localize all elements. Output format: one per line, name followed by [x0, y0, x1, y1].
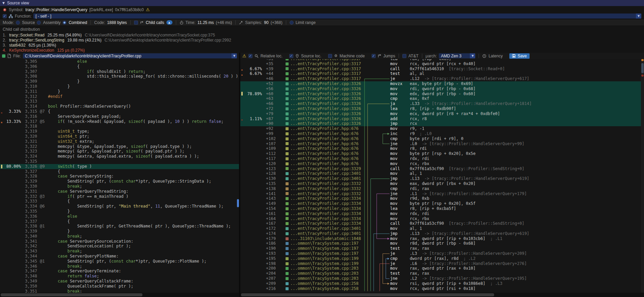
asm-line[interactable]: +63...ent\TracyProfiler.cpp:3326cmpeax, … — [240, 96, 644, 101]
asm-line[interactable]: +190...ommon\TracySystem.cpp:197testrax,… — [240, 246, 644, 251]
child-call-item[interactable]: 2.tracy::Profiler::SendLongString19.88 m… — [3, 37, 641, 43]
asm-line-source-loc[interactable]: ...ent\TracyProfiler.cpp:3326 — [286, 116, 363, 122]
save-button[interactable]: Save — [509, 53, 529, 59]
source-line[interactable]: 3.33%3,315@7{ — [0, 109, 239, 114]
asm-line[interactable]: +120...ent\TracyProfiler.hpp:676movrcx, … — [240, 161, 644, 166]
asm-line-source-loc[interactable]: ....31103\include\atomic:1048 — [286, 236, 363, 241]
asm-line[interactable]: +128...ent\TracyProfiler.cpp:3401moval, … — [240, 171, 644, 176]
asm-line-source-loc[interactable]: ...ommon\TracySystem.cpp:203 — [286, 271, 363, 276]
asm-line[interactable]: +92...ent\TracyProfiler.hpp:676movr9, -1 — [240, 126, 644, 131]
source-line[interactable]: 3,323 memcpy( &ptr, &payload.ptr, sizeof… — [0, 149, 239, 154]
asm-line-source-loc[interactable]: ...ent\TracyProfiler.cpp:3326 — [286, 111, 363, 116]
chevron-down-icon[interactable]: ▼ — [470, 53, 475, 58]
asm-line-source-loc[interactable]: ...ent\TracyProfiler.cpp:3317 — [286, 66, 363, 72]
asm-line-source-loc[interactable]: ...ent\TracyProfiler.cpp:3317 — [286, 59, 363, 61]
asm-line[interactable]: +161...ent\TracyProfiler.cpp:3334movrdx,… — [240, 211, 644, 216]
asm-line-source-loc[interactable]: ...ent\TracyProfiler.cpp:3334 — [286, 206, 363, 211]
asm-line[interactable]: +141...ent\TracyProfiler.cpp:3332jne.L1 … — [240, 191, 644, 196]
asm-line[interactable]: +109...ent\TracyProfiler.hpp:676movr8, r… — [240, 146, 644, 151]
asm-line-source-loc[interactable]: ...ent\TracyProfiler.cpp:3401 — [286, 176, 363, 181]
asm-line[interactable]: +31...ent\TracyProfiler.cpp:3317learax, … — [240, 59, 644, 61]
mode-combined-label[interactable]: Combined — [69, 20, 87, 25]
source-line[interactable]: 80.00%3,326@9 switch( type ) — [0, 164, 239, 169]
asm-horizontal-scrollbar[interactable] — [240, 293, 644, 297]
asm-line-source-loc[interactable]: ...ent\TracyProfiler.cpp:3326 — [286, 86, 363, 91]
source-code-view[interactable]: 3,305 else3,306 {3,307 if( shouldExit ) … — [0, 59, 239, 293]
titlebar[interactable]: ▼ Source view — [0, 0, 644, 6]
source-line[interactable]: 3,340 break; — [0, 234, 239, 239]
function-checkbox[interactable] — [3, 14, 7, 18]
collapse-triangle-icon[interactable]: ▼ — [2, 2, 5, 5]
source-vertical-scrollbar[interactable] — [237, 59, 239, 293]
child-calls-checkbox[interactable] — [134, 21, 138, 25]
machine-code-label[interactable]: Machine code — [340, 54, 365, 58]
source-line[interactable]: 3,335 } — [0, 209, 239, 214]
asm-line[interactable]: +200...ommon\TracySystem.cpp:203movrax, … — [240, 266, 644, 271]
source-line[interactable]: 3,313 — [0, 99, 239, 104]
source-line[interactable]: 3,333 { — [0, 199, 239, 204]
jumps-label[interactable]: Jumps — [383, 54, 395, 58]
asm-line[interactable]: +193...ommon\TracySystem.cpp:197je.L3 ->… — [240, 251, 644, 256]
asm-line-source-loc[interactable]: ...ent\TracyProfiler.hpp:676 — [286, 131, 363, 136]
asm-hscrollbar-thumb[interactable] — [241, 293, 494, 296]
source-loc-checkbox[interactable] — [289, 54, 293, 58]
asm-line-source-loc[interactable]: ...ommon\TracySystem.cpp:258 — [286, 286, 363, 291]
asm-line[interactable]: +179....31103\include\atomic:1048movrax,… — [240, 236, 644, 241]
source-line[interactable]: 3,325 — [0, 159, 239, 164]
jumps-checkbox[interactable] — [372, 54, 376, 58]
child-call-item[interactable]: 1.tracy::Socket::Read25.25 ms (54.89%)C:… — [3, 32, 641, 37]
asm-line[interactable]: 1.11%+87...ent\TracyProfiler.cpp:3326add… — [240, 116, 644, 122]
source-line[interactable]: 3,305 else — [0, 59, 239, 64]
mode-source-label[interactable]: Source — [22, 20, 35, 25]
source-line[interactable]: 3,334@6 SendString( ptr, "Main thread", … — [0, 204, 239, 209]
asm-line[interactable]: 78.89%+60...ent\TracyProfiler.cpp:3326mo… — [240, 91, 644, 97]
asm-line[interactable]: +138...ent\TracyProfiler.cpp:3332cmprdi,… — [240, 186, 644, 191]
asm-line[interactable]: 6.67%+44...ent\TracyProfiler.cpp:3317tes… — [240, 71, 644, 76]
assembly-code-view[interactable]: +31...ent\TracyProfiler.cpp:3317learax, … — [240, 59, 644, 293]
source-line[interactable]: 13.33%3,317@5 if( !m_sock->Read( &payloa… — [0, 119, 239, 124]
asm-line[interactable]: +209...ommon\TracySystem.cpp:258movrsi, … — [240, 281, 644, 286]
asm-line[interactable]: +72...ent\TracyProfiler.cpp:3326lear8, [… — [240, 106, 644, 111]
asm-line-source-loc[interactable]: ...ent\TracyProfiler.cpp:3332 — [286, 186, 363, 191]
att-syntax-checkbox[interactable] — [402, 54, 406, 58]
asm-line-source-loc[interactable]: ...ent\TracyProfiler.hpp:676 — [286, 141, 363, 146]
limit-range-label[interactable]: Limit range — [296, 20, 316, 25]
asm-line-source-loc[interactable]: ...ent\TracyProfiler.cpp:3334 — [286, 201, 363, 206]
asm-line[interactable]: +56...ent\TracyProfiler.cpp:3326movrdi, … — [240, 86, 644, 91]
asm-line-source-loc[interactable]: ...ent\TracyProfiler.cpp:3334 — [286, 211, 363, 216]
relative-loc-label[interactable]: Relative loc. — [261, 54, 283, 58]
source-line[interactable]: 3,320 uint64_t ptr; — [0, 134, 239, 139]
source-line[interactable]: 3,344 case ServerQueryPlotName: — [0, 254, 239, 259]
asm-line[interactable]: +143...ent\TracyProfiler.cpp:3334movr9d,… — [240, 196, 644, 201]
asm-line[interactable]: +195...ommon\TracySystem.cpp:199cmpdword… — [240, 256, 644, 261]
source-line[interactable]: 3,327 { — [0, 169, 239, 174]
asm-line[interactable]: +90...ent\TracyProfiler.cpp:3326jmprcx — [240, 121, 644, 126]
function-select[interactable]: [ - self - ] ▼ — [33, 14, 641, 19]
relative-loc-checkbox[interactable] — [248, 54, 252, 58]
source-line[interactable]: 3,316 ServerQueryPacket payload; — [0, 114, 239, 119]
asm-line[interactable]: +216...ommon\TracySystem.cpp:258movrcx, … — [240, 286, 644, 291]
source-line[interactable]: 3,314bool Profiler::HandleServerQuery() — [0, 104, 239, 109]
source-hscrollbar-thumb[interactable] — [1, 293, 142, 296]
source-line[interactable]: 3,330 break; — [0, 184, 239, 189]
asm-line-source-loc[interactable]: ...ommon\TracySystem.cpp:203 — [286, 276, 363, 281]
asm-line-source-loc[interactable]: ...ent\TracyProfiler.cpp:3401 — [286, 226, 363, 231]
source-line[interactable]: 3,350 QueueCallstackFrame( ptr ); — [0, 284, 239, 289]
source-line[interactable]: 3,339 } — [0, 229, 239, 234]
asm-line[interactable]: +130...ent\TracyProfiler.cpp:3401jmp.L13… — [240, 176, 644, 181]
asm-line[interactable]: +123...ent\TracyProfiler.cpp:3329call0x7… — [240, 166, 644, 171]
asm-line-source-loc[interactable]: ...ent\TracyProfiler.cpp:3326 — [286, 91, 363, 97]
source-line[interactable]: 3,307 if( shouldExit ) return; — [0, 69, 239, 74]
source-horizontal-scrollbar[interactable] — [0, 293, 239, 297]
source-line[interactable]: 3,322 memcpy( &type, &payload.type, size… — [0, 144, 239, 149]
asm-line-source-loc[interactable]: ...ent\TracyProfiler.hpp:676 — [286, 156, 363, 161]
asm-line-source-loc[interactable]: ...ent\TracyProfiler.cpp:3334 — [286, 196, 363, 201]
asm-line-source-loc[interactable]: ...ent\TracyProfiler.cpp:3317 — [286, 61, 363, 66]
asm-line[interactable]: +99...ent\TracyProfiler.hpp:676incr9 ; .… — [240, 131, 644, 136]
mode-assembly-label[interactable]: Assembly — [43, 20, 60, 25]
child-calls-label[interactable]: Child calls — [146, 20, 164, 25]
source-line[interactable]: 3,332@3 if( ptr == m_mainThread ) — [0, 194, 239, 199]
asm-line[interactable]: +198...ommon\TracySystem.cpp:199je.L6 ->… — [240, 261, 644, 266]
asm-line-source-loc[interactable]: ...ommon\TracySystem.cpp:197 — [286, 251, 363, 256]
asm-line-source-loc[interactable]: ...ent\TracyProfiler.hpp:676 — [286, 161, 363, 166]
